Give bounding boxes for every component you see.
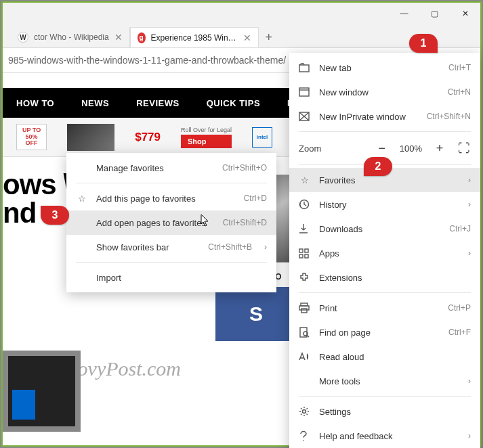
svg-rect-9 <box>299 249 303 252</box>
menu-separator <box>299 396 471 397</box>
window-minimize-button[interactable]: — <box>389 3 419 24</box>
menu-downloads[interactable]: Downloads Ctrl+J <box>289 217 480 241</box>
submenu-add-page[interactable]: ☆ Add this page to favorites Ctrl+D <box>66 186 276 210</box>
menu-label: Read aloud <box>319 352 471 362</box>
svg-rect-15 <box>301 309 307 313</box>
menu-label: Settings <box>319 407 471 417</box>
nav-howto[interactable]: HOW TO <box>16 98 54 108</box>
download-icon <box>299 223 311 234</box>
menu-label: Import <box>96 273 267 283</box>
menu-label: Downloads <box>319 224 441 234</box>
menu-inprivate[interactable]: New InPrivate window Ctrl+Shift+N <box>289 104 480 129</box>
apps-icon <box>299 248 311 259</box>
tab-close-icon[interactable]: ✕ <box>243 32 251 43</box>
menu-label: Favorites <box>319 175 456 185</box>
tab-groovypost[interactable]: g Experience 1985 Windows with t ✕ <box>130 27 259 47</box>
promo-laptop-image <box>67 124 114 151</box>
menu-shortcut: Ctrl+D <box>244 194 267 203</box>
menu-shortcut: Ctrl+Shift+D <box>223 218 267 227</box>
callout-1: 1 <box>409 34 438 53</box>
zoom-in-button[interactable]: + <box>433 141 446 156</box>
chevron-right-icon: › <box>468 431 471 441</box>
menu-separator <box>299 131 471 132</box>
print-icon <box>299 303 311 313</box>
menu-label: Extensions <box>319 273 471 283</box>
inprivate-icon <box>299 112 311 121</box>
sidebar-thumbnail: S <box>215 287 297 341</box>
star-icon: ☆ <box>299 175 311 185</box>
nav-reviews[interactable]: REVIEWS <box>136 98 179 108</box>
svg-rect-4 <box>299 65 309 72</box>
menu-shortcut: Ctrl+P <box>448 303 471 313</box>
submenu-import[interactable]: Import <box>66 265 276 290</box>
tab-wikipedia[interactable]: W ctor Who - Wikipedia ✕ <box>11 27 130 47</box>
menu-apps[interactable]: Apps › <box>289 241 480 265</box>
menu-read-aloud[interactable]: Read aloud <box>289 344 480 369</box>
callout-3: 3 <box>41 206 69 225</box>
window-close-button[interactable]: ✕ <box>450 3 480 24</box>
menu-new-window[interactable]: New window Ctrl+N <box>289 80 480 104</box>
menu-label: Find on page <box>319 328 440 338</box>
svg-point-19 <box>303 410 306 413</box>
window-titlebar: — ▢ ✕ <box>3 3 480 24</box>
menu-settings[interactable]: Settings <box>289 399 480 424</box>
find-icon <box>299 327 311 338</box>
menu-label: Add open pages to favorites <box>96 218 215 228</box>
wikipedia-favicon: W <box>18 32 28 43</box>
svg-rect-14 <box>299 306 309 310</box>
svg-rect-11 <box>299 254 303 258</box>
menu-shortcut: Ctrl+N <box>448 87 471 97</box>
svg-rect-10 <box>305 249 308 252</box>
promo-shop-button[interactable]: Shop <box>181 135 232 148</box>
menu-new-tab[interactable]: New tab Ctrl+T <box>289 55 480 80</box>
menu-label: Add this page to favorites <box>96 194 236 204</box>
submenu-manage-favorites[interactable]: Manage favorites Ctrl+Shift+O <box>66 156 276 180</box>
chevron-right-icon: › <box>468 200 471 209</box>
submenu-add-open-pages[interactable]: Add open pages to favorites Ctrl+Shift+D <box>66 210 276 235</box>
window-maximize-button[interactable]: ▢ <box>419 3 450 24</box>
menu-label: Show favorites bar <box>96 242 200 252</box>
menu-shortcut: Ctrl+Shift+N <box>427 112 471 121</box>
menu-more-tools[interactable]: More tools › <box>289 369 480 393</box>
read-aloud-icon <box>299 352 311 361</box>
menu-history[interactable]: History › <box>289 192 480 217</box>
promo-price: $779 <box>135 131 161 144</box>
tab-label: Experience 1985 Windows with t <box>151 33 238 43</box>
menu-separator <box>299 292 471 293</box>
zoom-out-button[interactable]: − <box>375 141 389 156</box>
new-tab-icon <box>299 63 311 72</box>
menu-find[interactable]: Find on page Ctrl+F <box>289 320 480 344</box>
star-icon: ☆ <box>76 194 88 204</box>
menu-extensions[interactable]: Extensions <box>289 265 480 290</box>
menu-label: New tab <box>319 63 440 73</box>
menu-help[interactable]: Help and feedback › <box>289 424 480 448</box>
svg-rect-12 <box>305 254 308 258</box>
menu-label: Help and feedback <box>319 431 456 441</box>
chevron-right-icon: › <box>468 376 471 386</box>
chevron-right-icon: › <box>468 175 471 185</box>
new-tab-button[interactable]: + <box>259 27 279 47</box>
fullscreen-button[interactable]: ⛶ <box>457 141 471 156</box>
callout-2: 2 <box>364 157 392 176</box>
submenu-show-favorites-bar[interactable]: Show favorites bar Ctrl+Shift+B › <box>66 235 276 259</box>
sale-badge: UP TO 50% OFF <box>16 124 47 151</box>
zoom-value: 100% <box>400 143 422 154</box>
chevron-right-icon: › <box>468 248 471 258</box>
nav-quicktips[interactable]: QUICK TIPS <box>207 98 260 108</box>
menu-label: More tools <box>319 376 456 386</box>
groovypost-favicon: g <box>138 32 146 43</box>
history-icon <box>299 199 311 210</box>
mouse-cursor <box>201 214 211 227</box>
menu-print[interactable]: Print Ctrl+P <box>289 296 480 320</box>
menu-separator <box>76 262 267 263</box>
menu-shortcut: Ctrl+J <box>449 224 471 233</box>
extensions-icon <box>299 272 311 283</box>
svg-rect-5 <box>299 88 309 96</box>
menu-label: New InPrivate window <box>319 112 419 122</box>
chevron-right-icon: › <box>264 242 267 252</box>
menu-label: Manage favorites <box>96 163 214 173</box>
menu-shortcut: Ctrl+F <box>448 328 471 337</box>
nav-news[interactable]: NEWS <box>81 98 109 108</box>
tab-close-icon[interactable]: ✕ <box>114 32 123 43</box>
article-photo <box>3 351 81 432</box>
